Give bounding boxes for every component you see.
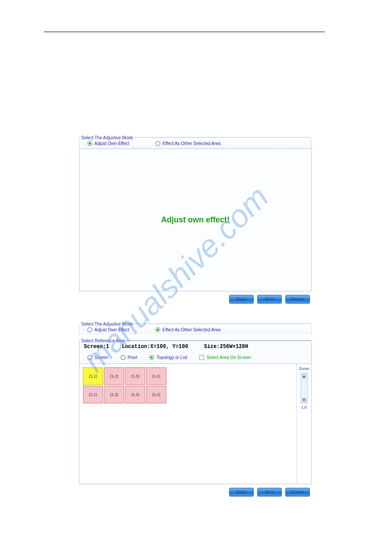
radio-adjust-own-effect[interactable]: Adjust Own Effect	[87, 327, 129, 332]
radio-screen[interactable]: Screen	[87, 355, 108, 360]
radio-label: Screen	[94, 355, 108, 360]
cabinet-cell[interactable]: (1,3)	[125, 367, 145, 385]
zoom-up-icon[interactable]: ▲	[302, 374, 306, 378]
info-location-label: Location:	[122, 344, 150, 350]
radio-label: Topology or List	[156, 355, 187, 360]
back-button[interactable]: Back	[229, 295, 254, 304]
radio-icon	[149, 355, 154, 360]
info-screen-label: Screen:	[84, 344, 106, 350]
radio-topology-list[interactable]: Topology or List	[149, 355, 187, 360]
cabinet-cell[interactable]: (1,4)	[146, 367, 166, 385]
cabinet-grid-area: (1,1)(1,2)(1,3)(1,4)(2,1)(2,2)(2,3)(2,4)…	[79, 363, 312, 484]
return-button[interactable]: Return	[285, 295, 310, 304]
next-button[interactable]: Next	[257, 488, 282, 497]
radio-label: Pixel	[128, 355, 137, 360]
cabinet-cell[interactable]: (1,2)	[104, 367, 124, 385]
info-size-value: 256W×128H	[220, 344, 248, 350]
zoom-scrollbar[interactable]: ▲ ▼	[301, 373, 308, 403]
cabinet-cell[interactable]: (1,1)	[83, 367, 103, 385]
page-divider	[44, 32, 325, 32]
radio-icon	[87, 141, 92, 146]
group-title-adjustive-mode: Select The Adjustive Mode	[80, 322, 134, 326]
zoom-value: 1.0	[301, 405, 307, 410]
radio-label: Adjust Own Effect	[94, 141, 129, 146]
radio-icon	[121, 355, 126, 360]
radio-label: Adjust Own Effect	[94, 327, 129, 332]
radio-icon	[87, 327, 92, 332]
zoom-down-icon[interactable]: ▼	[302, 398, 306, 402]
radio-adjust-own-effect[interactable]: Adjust Own Effect	[87, 141, 129, 146]
adjust-own-message: Adjust own effect!	[161, 215, 230, 225]
cabinet-cell[interactable]: (2,4)	[146, 386, 166, 403]
cabinet-cell[interactable]: (2,2)	[104, 386, 124, 403]
zoom-label: Zoom	[299, 366, 309, 371]
radio-pixel[interactable]: Pixel	[121, 355, 137, 360]
radio-effect-as-other[interactable]: Effect As Other Selected Area	[155, 141, 220, 146]
radio-label: Effect As Other Selected Area	[162, 327, 220, 332]
next-button[interactable]: Next	[257, 295, 282, 304]
cabinet-grid: (1,1)(1,2)(1,3)(1,4)(2,1)(2,2)(2,3)(2,4)	[83, 367, 296, 403]
return-button[interactable]: Return	[285, 488, 310, 497]
cabinet-cell[interactable]: (2,1)	[83, 386, 103, 403]
info-location-value: X=100, Y=100	[150, 344, 188, 350]
group-title-adjustive-mode: Select The Adjustive Mode	[80, 135, 134, 140]
checkbox-label: Select Area On Screen	[206, 355, 251, 360]
radio-icon	[155, 327, 160, 332]
cabinet-cell[interactable]: (2,3)	[125, 386, 145, 403]
zoom-panel: Zoom ▲ ▼ 1.0	[296, 364, 311, 484]
back-button[interactable]: Back	[229, 488, 254, 497]
button-row: Back Next Return	[79, 291, 312, 304]
group-title-reference-area: Select Reference Area	[80, 338, 126, 343]
button-row: Back Next Return	[79, 484, 312, 497]
cabinet-canvas[interactable]: (1,1)(1,2)(1,3)(1,4)(2,1)(2,2)(2,3)(2,4)	[79, 364, 296, 484]
info-screen-value: 1	[106, 344, 109, 350]
radio-label: Effect As Other Selected Area	[162, 141, 220, 146]
radio-icon	[87, 355, 92, 360]
checkbox-icon	[199, 355, 204, 360]
checkbox-select-area-on-screen[interactable]: Select Area On Screen	[199, 355, 251, 360]
panel-adjust-own: Select The Adjustive Mode Adjust Own Eff…	[79, 132, 312, 304]
radio-effect-as-other[interactable]: Effect As Other Selected Area	[155, 327, 220, 332]
selector-row: Screen Pixel Topology or List Select Are…	[79, 353, 312, 363]
radio-icon	[155, 141, 160, 146]
info-size-label: Size:	[204, 344, 220, 350]
effect-preview-area: Adjust own effect!	[79, 149, 312, 291]
panel-effect-as-other: Select The Adjustive Mode Adjust Own Eff…	[79, 318, 312, 497]
